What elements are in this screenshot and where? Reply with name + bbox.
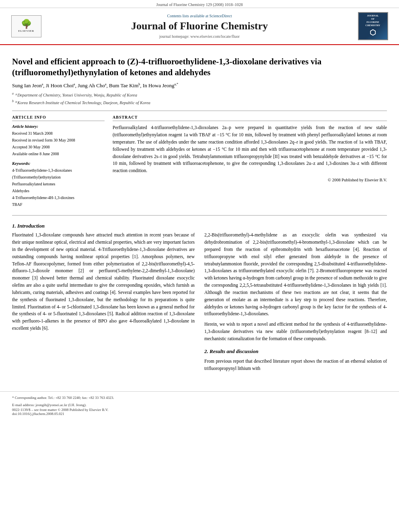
intro-para-right: 2,2-Bis(trifluoromethyl)-4-methylidene a… (204, 232, 387, 318)
article-info-label: Article Info (12, 115, 105, 121)
abstract-label: Abstract (113, 115, 387, 121)
elsevier-logo: 🌳 ELSEVIER (11, 15, 41, 37)
page-footer: * Corresponding author. Tel.: +82 33 760… (0, 391, 399, 418)
intro-para-left: Fluorinated 1,3-dioxolane compounds have… (12, 232, 195, 332)
copyright: © 2008 Published by Elsevier B.V. (113, 178, 387, 182)
journal-citation: Journal of Fluorine Chemistry 129 (2008)… (156, 2, 243, 7)
fluorine-logo-icon: ⬡ (370, 28, 376, 37)
footer-doi: doi:10.1016/j.jfluchem.2008.05.021 (12, 412, 387, 416)
footer-issn: 0022-1139/$ – see front matter © 2008 Pu… (12, 408, 387, 412)
divider-2 (12, 215, 387, 216)
results-intro: From previous report that described lite… (204, 358, 387, 372)
article-info-col: Article Info Article history: Received 3… (12, 115, 105, 212)
authors-line: Sung Ian Jeona, Ji Hoon Choia, Jung Ah C… (12, 82, 387, 89)
fluorine-logo-container: JOURNALOFFLUORINECHEMISTRY ⬡ (355, 12, 391, 40)
header-section: 🌳 ELSEVIER Contents lists available at S… (0, 8, 399, 45)
fluorine-logo: JOURNALOFFLUORINECHEMISTRY ⬡ (358, 12, 388, 40)
journal-header-center: Contents lists available at ScienceDirec… (48, 12, 351, 40)
body-col-left: Fluorinated 1,3-dioxolane compounds have… (12, 232, 195, 375)
journal-top-bar: Journal of Fluorine Chemistry 129 (2008)… (0, 0, 399, 8)
page: Journal of Fluorine Chemistry 129 (2008)… (0, 0, 399, 532)
affil-b: b ᵇ Korea Research Institute of Chemical… (12, 99, 387, 106)
elsevier-logo-container: 🌳 ELSEVIER (8, 12, 44, 40)
affiliations: a ᵃ Department of Chemistry, Yonsei Univ… (12, 91, 387, 106)
keywords-heading: Keywords: (12, 161, 105, 166)
divider-1 (12, 111, 387, 111)
fluorine-logo-text: JOURNALOFFLUORINECHEMISTRY (366, 14, 380, 27)
body-two-col: Fluorinated 1,3-dioxolane compounds have… (12, 232, 387, 375)
tree-icon: 🌳 (21, 20, 32, 29)
article-title: Novel and efficient approach to (Z)-4-tr… (12, 56, 387, 78)
body-section: 1. Introduction Fluorinated 1,3-dioxolan… (12, 223, 387, 375)
author-sung: Sung Ian Jeona, Ji Hoon Choia, Jung Ah C… (12, 82, 178, 88)
abstract-col: Abstract Perfluoroalkylated 4-trifluoroe… (113, 115, 387, 212)
date-received: Received 31 March 2008 Received in revis… (12, 130, 105, 157)
intro-para-right-cont: Herein, we wish to report a novel and ef… (204, 321, 387, 342)
results-heading: 2. Results and discussion (204, 347, 387, 355)
keywords-list: 4-Trifluoroethylidene-1,3-dioxolanes (Tr… (12, 167, 105, 208)
sciencedirect-text: Contents lists available at ScienceDirec… (167, 14, 232, 18)
journal-title: Journal of Fluorine Chemistry (131, 20, 268, 32)
article-info-abstract: Article Info Article history: Received 3… (12, 115, 387, 212)
body-col-right: 2,2-Bis(trifluoromethyl)-4-methylidene a… (204, 232, 387, 375)
journal-homepage: journal homepage: www.elsevier.com/locat… (159, 34, 240, 39)
keywords-block: Keywords: 4-Trifluoroethylidene-1,3-diox… (12, 161, 105, 208)
footer-corresponding: * Corresponding author. Tel.: +82 33 760… (12, 395, 387, 401)
history-heading: Article history: (12, 124, 105, 129)
main-content: Novel and efficient approach to (Z)-4-tr… (0, 45, 399, 383)
intro-heading: 1. Introduction (12, 223, 387, 229)
footer-email: E-mail address: jeongih@yonsei.ac.kr (I.… (12, 402, 387, 408)
abstract-text: Perfluoroalkylated 4-trifluoroethylidene… (113, 124, 387, 175)
affil-a: a ᵃ Department of Chemistry, Yonsei Univ… (12, 91, 387, 98)
elsevier-brand: ELSEVIER (18, 29, 34, 33)
article-history: Article history: Received 31 March 2008 … (12, 124, 105, 157)
